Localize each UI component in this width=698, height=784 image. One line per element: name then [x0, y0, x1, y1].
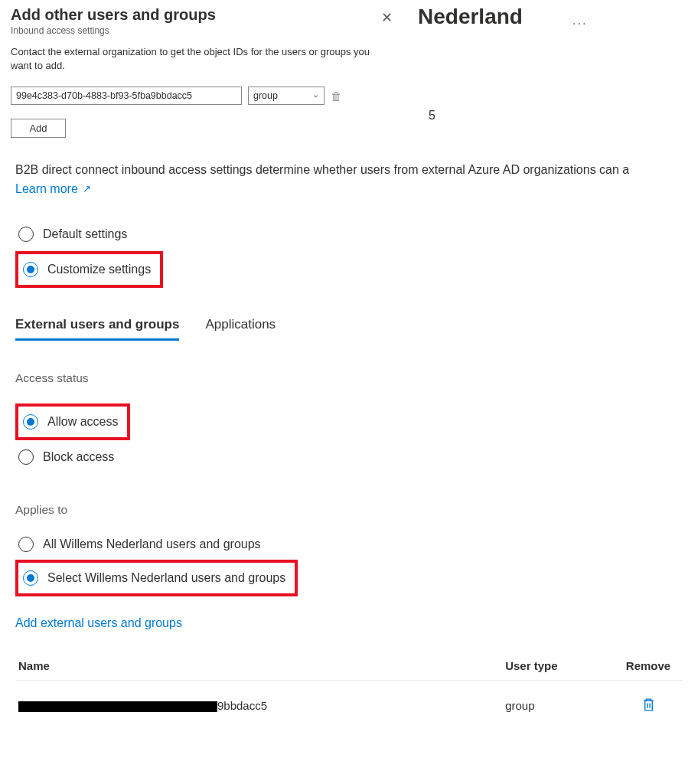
org-name-heading: Nederland [418, 5, 523, 29]
radio-icon [23, 570, 38, 586]
applies-select-option[interactable]: Select Willems Nederland users and group… [20, 566, 289, 590]
tab-applications[interactable]: Applications [205, 317, 276, 341]
more-actions-icon[interactable]: ··· [572, 17, 587, 31]
trash-icon[interactable] [642, 701, 655, 714]
row-name-cell: 9bbdacc5 [15, 680, 502, 720]
tab-external-users[interactable]: External users and groups [15, 317, 179, 341]
member-type-select[interactable]: group ⌄ [248, 87, 325, 105]
applies-select-label: Select Willems Nederland users and group… [47, 571, 285, 585]
add-button[interactable]: Add [11, 119, 66, 138]
member-type-value: group [253, 90, 278, 101]
row-type-cell: group [502, 680, 614, 720]
radio-icon [18, 449, 34, 465]
access-status-heading: Access status [15, 371, 683, 385]
add-external-link[interactable]: Add external users and groups [15, 616, 182, 630]
row-name-suffix: 9bbdacc5 [217, 699, 267, 712]
allow-access-option[interactable]: Allow access [20, 410, 121, 434]
external-link-icon: ↗ [83, 183, 91, 194]
col-name-header[interactable]: Name [15, 652, 502, 681]
table-row[interactable]: 9bbdacc5 group [15, 680, 683, 720]
default-settings-label: Default settings [43, 227, 127, 241]
learn-more-link[interactable]: Learn more ↗ [15, 182, 91, 196]
default-settings-option[interactable]: Default settings [15, 222, 683, 247]
radio-icon [23, 414, 38, 430]
panel-instruction: Contact the external organization to get… [11, 45, 386, 73]
stray-char: 5 [429, 109, 435, 122]
chevron-down-icon: ⌄ [312, 90, 319, 100]
customize-settings-label: Customize settings [47, 263, 151, 276]
intro-text: B2B direct connect inbound access settin… [15, 161, 683, 178]
customize-settings-option[interactable]: Customize settings [20, 257, 154, 282]
close-panel-button[interactable]: ✕ [381, 9, 393, 26]
radio-icon [18, 227, 34, 242]
redacted-text [18, 701, 217, 712]
col-remove-header: Remove [614, 652, 683, 681]
col-type-header[interactable]: User type [502, 652, 614, 681]
applies-all-label: All Willems Nederland users and groups [43, 537, 261, 551]
applies-to-heading: Applies to [15, 503, 683, 517]
block-access-option[interactable]: Block access [15, 445, 683, 469]
radio-icon [23, 262, 38, 277]
delete-row-icon[interactable]: 🗑︎ [331, 90, 342, 103]
applies-all-option[interactable]: All Willems Nederland users and groups [15, 532, 683, 557]
allow-access-label: Allow access [47, 415, 118, 429]
block-access-label: Block access [43, 450, 114, 464]
radio-icon [18, 537, 34, 552]
object-id-input[interactable] [11, 87, 242, 105]
learn-more-label: Learn more [15, 182, 78, 196]
